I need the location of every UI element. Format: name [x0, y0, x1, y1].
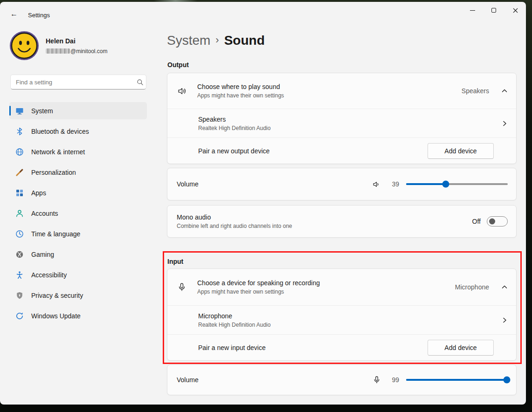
row-text: Mono audio Combine left and right audio … — [177, 213, 472, 229]
toggle-state-label: Off — [472, 218, 481, 225]
sidebar-item-label: Windows Update — [31, 312, 81, 320]
input-volume-slider[interactable] — [406, 379, 508, 381]
back-button[interactable]: ← — [7, 7, 21, 21]
sidebar-item-bluetooth-devices[interactable]: Bluetooth & devices — [9, 123, 147, 140]
add-input-device-button[interactable]: Add device — [428, 340, 494, 356]
mono-audio-row: Mono audio Combine left and right audio … — [167, 206, 516, 237]
settings-window: ← Settings Helen Dai @minitool.com — [0, 2, 526, 405]
slider-thumb[interactable] — [503, 377, 510, 384]
back-arrow-icon: ← — [10, 10, 18, 18]
profile-name: Helen Dai — [46, 37, 108, 45]
chevron-right-icon[interactable] — [501, 120, 508, 127]
sidebar-nav: System Bluetooth & devices Network & int… — [9, 102, 147, 328]
accessibility-icon — [15, 271, 24, 279]
speakers-device-row[interactable]: Speakers Realtek High Definition Audio — [167, 109, 516, 137]
sidebar-item-apps[interactable]: Apps — [9, 184, 147, 201]
system-icon — [15, 107, 24, 115]
gaming-icon — [15, 250, 24, 259]
slider-fill — [406, 379, 507, 381]
output-device-selected-value[interactable]: Speakers — [462, 87, 489, 95]
output-volume-slider[interactable] — [406, 183, 508, 185]
row-text: Choose where to play sound Apps might ha… — [197, 83, 462, 99]
sidebar-item-network-internet[interactable]: Network & internet — [9, 143, 147, 160]
email-suffix: @minitool.com — [70, 48, 108, 55]
breadcrumb-parent[interactable]: System — [167, 33, 210, 48]
choose-recording-device-row[interactable]: Choose a device for speaking or recordin… — [167, 269, 516, 305]
sidebar-item-privacy-security[interactable]: Privacy & security — [9, 287, 147, 304]
sidebar-item-label: Apps — [31, 189, 46, 197]
add-output-device-button[interactable]: Add device — [428, 143, 494, 159]
sidebar-item-accessibility[interactable]: Accessibility — [9, 266, 147, 283]
pair-label: Pair a new output device — [198, 147, 428, 155]
output-volume-card: Volume 39 — [167, 168, 517, 200]
volume-label: Volume — [177, 376, 373, 384]
sidebar-item-time-language[interactable]: Time & language — [9, 225, 147, 242]
sidebar-item-label: Bluetooth & devices — [31, 128, 89, 135]
sidebar-item-personalization[interactable]: Personalization — [9, 164, 147, 181]
search-box — [10, 75, 146, 89]
volume-value: 39 — [387, 180, 399, 188]
row-text: Speakers Realtek High Definition Audio — [198, 116, 501, 131]
microphone-icon — [177, 282, 187, 292]
profile-email: @minitool.com — [46, 48, 108, 55]
search-input[interactable] — [11, 75, 134, 89]
chevron-up-icon[interactable] — [501, 284, 508, 290]
input-devices-card: Choose a device for speaking or recordin… — [167, 268, 517, 361]
accounts-icon — [15, 209, 24, 218]
sidebar-item-label: System — [31, 107, 53, 115]
microphone-icon — [373, 376, 381, 384]
sidebar-item-system[interactable]: System — [9, 102, 147, 119]
sidebar-item-label: Network & internet — [31, 148, 85, 156]
breadcrumb: System › Sound — [167, 32, 265, 49]
device-name: Speakers — [198, 116, 501, 123]
speaker-icon — [177, 86, 187, 96]
windows-update-icon — [15, 312, 24, 320]
page-title: Sound — [224, 33, 265, 48]
sidebar-item-accounts[interactable]: Accounts — [9, 205, 147, 222]
row-title: Choose a device for speaking or recordin… — [197, 279, 455, 287]
input-device-selected-value[interactable]: Microphone — [455, 283, 489, 291]
apps-icon — [15, 189, 24, 197]
time-language-icon — [15, 230, 24, 238]
device-driver: Realtek High Definition Audio — [198, 322, 501, 328]
row-right: Speakers — [462, 87, 508, 95]
mono-audio-toggle[interactable] — [487, 216, 508, 227]
profile-text: Helen Dai @minitool.com — [46, 37, 108, 55]
input-volume-card: Volume 99 — [167, 364, 517, 395]
choose-play-sound-row[interactable]: Choose where to play sound Apps might ha… — [167, 73, 516, 109]
output-devices-card: Choose where to play sound Apps might ha… — [167, 73, 517, 164]
chevron-up-icon[interactable] — [501, 88, 508, 94]
mono-audio-card: Mono audio Combine left and right audio … — [167, 205, 517, 238]
row-right: Microphone — [455, 283, 508, 291]
sidebar-item-label: Accounts — [31, 210, 58, 217]
sidebar-item-label: Personalization — [31, 169, 76, 176]
sidebar-item-windows-update[interactable]: Windows Update — [9, 307, 147, 324]
speaker-icon — [372, 180, 381, 189]
slider-thumb[interactable] — [442, 181, 449, 188]
microphone-device-row[interactable]: Microphone Realtek High Definition Audio — [167, 305, 516, 334]
personalization-icon — [15, 168, 24, 177]
network-icon — [15, 148, 24, 156]
volume-value: 99 — [387, 376, 399, 384]
sidebar-item-label: Accessibility — [31, 271, 67, 279]
slider-fill — [406, 183, 446, 185]
row-subtitle: Apps might have their own settings — [197, 92, 462, 99]
output-section-header: Output — [167, 61, 189, 69]
search-icon[interactable] — [134, 79, 146, 86]
pair-input-device-row: Pair a new input device Add device — [167, 334, 516, 360]
toggle-knob — [489, 219, 495, 225]
input-section-header: Input — [167, 258, 183, 265]
selected-indicator — [9, 106, 11, 116]
row-subtitle: Apps might have their own settings — [197, 288, 455, 295]
pair-label: Pair a new input device — [198, 344, 428, 351]
device-name: Microphone — [198, 312, 501, 320]
chevron-right-icon: › — [215, 34, 219, 48]
chevron-right-icon[interactable] — [501, 317, 508, 323]
sidebar-item-label: Time & language — [31, 230, 80, 238]
sidebar-item-label: Gaming — [31, 251, 54, 258]
privacy-security-icon — [15, 291, 24, 300]
row-text: Microphone Realtek High Definition Audio — [198, 312, 501, 328]
user-profile: Helen Dai @minitool.com — [9, 31, 108, 61]
sidebar-item-gaming[interactable]: Gaming — [9, 246, 147, 263]
row-text: Choose a device for speaking or recordin… — [197, 279, 455, 295]
